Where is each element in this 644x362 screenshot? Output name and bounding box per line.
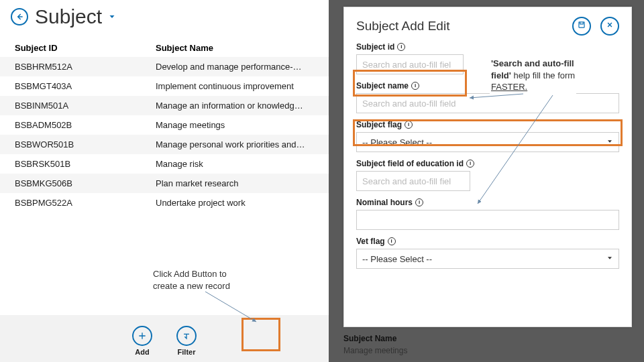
label-subject-name: Subject name [356, 81, 409, 90]
info-icon[interactable]: i [415, 198, 423, 206]
save-button[interactable] [572, 17, 591, 36]
cell-subject-id: BSBWOR501B [15, 139, 156, 149]
label-foe-id: Subject field of education id [356, 159, 464, 168]
table-row[interactable]: BSBWOR501BManage personal work prioritie… [0, 135, 329, 154]
cell-subject-name: Manage meetings [156, 120, 318, 130]
label-vet-flag: Vet flag [356, 237, 385, 246]
subject-id-input[interactable] [356, 54, 464, 74]
filter-button[interactable]: Filter [176, 326, 197, 356]
info-icon[interactable]: i [411, 82, 419, 90]
info-icon[interactable]: i [397, 43, 405, 51]
foe-id-input[interactable] [356, 171, 470, 191]
callout-add: Click Add Button to create a new record [153, 268, 230, 292]
nominal-hours-input[interactable] [356, 210, 619, 230]
info-icon[interactable]: i [405, 121, 413, 129]
cell-subject-name: Manage risk [156, 159, 318, 169]
add-button[interactable]: Add [132, 326, 152, 356]
cell-subject-id: BSBHRM512A [15, 62, 156, 72]
info-icon[interactable]: i [388, 237, 396, 245]
edit-panel: Subject Add Edit Subject idi Subject nam… [343, 7, 632, 327]
cell-subject-name: Undertake project work [156, 198, 318, 208]
cell-subject-id: BSBINM501A [15, 101, 156, 111]
plus-icon [137, 330, 148, 341]
label-subject-flag: Subject flag [356, 120, 402, 129]
table-row[interactable]: BSBMGT403AImplement continuous improveme… [0, 76, 329, 96]
cell-subject-name: Develop and manage performance-… [156, 62, 318, 72]
page-header: Subject [0, 0, 329, 31]
cell-subject-id: BSBMGT403A [15, 81, 156, 91]
dim-label-2: Manage meetings [343, 346, 407, 355]
table-row[interactable]: BSBHRM512ADevelop and manage performance… [0, 57, 329, 76]
add-label: Add [135, 348, 149, 356]
arrow-left-icon [15, 12, 24, 21]
filter-icon [181, 330, 192, 341]
cell-subject-id: BSBADM502B [15, 120, 156, 130]
col-subject-name: Subject Name [156, 43, 318, 53]
title-dropdown[interactable] [107, 12, 117, 21]
cell-subject-name: Plan market research [156, 178, 318, 188]
callout-autofill: 'Search and auto-fill field' help fill t… [490, 56, 576, 95]
dim-label-1: Subject Name [343, 334, 396, 343]
cell-subject-id: BSBPMG522A [15, 198, 156, 208]
col-subject-id: Subject ID [15, 43, 156, 53]
panel-header: Subject Add Edit [356, 17, 619, 36]
table-header: Subject ID Subject Name [0, 31, 329, 57]
vet-flag-select[interactable] [356, 249, 619, 269]
chevron-down-icon [107, 12, 117, 21]
filter-label: Filter [178, 348, 196, 356]
back-button[interactable] [11, 8, 28, 25]
label-subject-id: Subject id [356, 42, 394, 52]
info-icon[interactable]: i [466, 160, 474, 168]
table-row[interactable]: BSBINM501AManage an information or knowl… [0, 96, 329, 115]
close-icon [605, 20, 614, 29]
cell-subject-name: Implement continuous improvement [156, 81, 318, 91]
table-row[interactable]: BSBADM502BManage meetings [0, 115, 329, 135]
main-pane: Subject Subject ID Subject Name BSBHRM51… [0, 0, 329, 362]
table-row[interactable]: BSBPMG522AUndertake project work [0, 193, 329, 213]
subject-name-input[interactable] [356, 93, 619, 113]
page-title: Subject [35, 5, 102, 28]
cell-subject-name: Manage an information or knowledg… [156, 101, 318, 111]
table-row[interactable]: BSBMKG506BPlan market research [0, 174, 329, 193]
footer-bar: Add Filter [0, 315, 329, 362]
cell-subject-id: BSBMKG506B [15, 178, 156, 188]
table-row[interactable]: BSBRSK501BManage risk [0, 154, 329, 174]
table-body: BSBHRM512ADevelop and manage performance… [0, 57, 329, 213]
label-nominal-hours: Nominal hours [356, 198, 413, 207]
panel-title: Subject Add Edit [356, 19, 449, 34]
cell-subject-id: BSBRSK501B [15, 159, 156, 169]
subject-flag-select[interactable] [356, 132, 619, 152]
close-button[interactable] [600, 17, 619, 36]
cell-subject-name: Manage personal work priorities and… [156, 139, 318, 149]
save-icon [577, 20, 586, 29]
